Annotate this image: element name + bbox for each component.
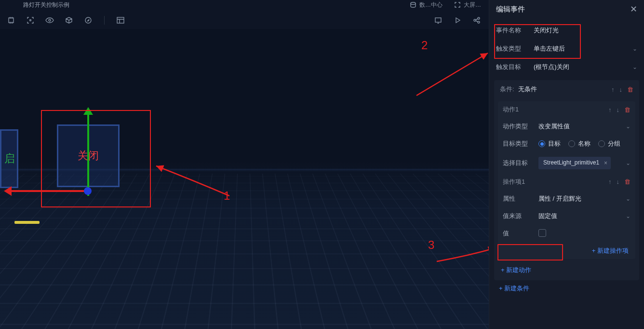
value-row[interactable]: 值 [498,225,635,243]
event-name-value: 关闭灯光 [534,26,637,35]
delete-icon[interactable]: 🗑 [624,106,631,113]
trigger-type-row[interactable]: 触发类型 单击左键后 ⌄ [489,40,644,58]
share-icon[interactable] [472,16,481,25]
svg-point-7 [474,19,476,21]
svg-point-8 [478,17,480,19]
svg-point-3 [49,19,51,21]
select-tool-icon[interactable] [7,16,15,25]
svg-point-2 [30,20,31,21]
svg-rect-5 [117,17,124,23]
move-up-icon[interactable]: ↑ [611,86,615,93]
gizmo-origin[interactable] [84,187,92,195]
add-condition-link[interactable]: + 新建条件 [492,280,644,297]
add-op-item-link[interactable]: + 新建操作项 [498,243,635,259]
trigger-type-value: 单击左键后 [534,44,628,53]
value-source-row[interactable]: 值来源 固定值 ⌄ [498,207,635,225]
title-bar: 路灯开关控制示例 数…中心 大屏… [0,0,489,10]
focus-tool-icon[interactable] [26,16,35,25]
radio-name[interactable]: 名称 [568,139,590,148]
value-source-value: 固定值 [538,212,620,220]
attr-row[interactable]: 属性 属性 / 开启辉光 ⌄ [498,190,635,207]
value-source-label: 值来源 [503,212,533,220]
value-checkbox[interactable] [538,229,546,237]
target-type-row: 目标类型 目标 名称 分组 [498,135,635,152]
action1-header: 动作1 [503,105,519,114]
open-button-object[interactable]: 启 [0,129,18,188]
trigger-target-label: 触发目标 [496,63,529,71]
condition-value: 无条件 [518,85,537,94]
panel-title: 编辑事件 [496,5,525,14]
chevron-down-icon: ⌄ [626,160,631,166]
data-center-button[interactable]: 数…中心 [410,1,443,9]
move-down-icon[interactable]: ↓ [619,86,623,93]
move-down-icon[interactable]: ↓ [617,106,620,113]
gizmo-x-axis[interactable] [11,190,90,192]
play-icon[interactable] [453,16,462,25]
add-action-link[interactable]: + 新建动作 [494,262,639,278]
svg-rect-1 [9,18,13,23]
layout-tool-icon[interactable] [116,16,125,25]
present-icon[interactable] [434,16,443,25]
move-up-icon[interactable]: ↑ [608,178,612,185]
target-type-label: 目标类型 [503,139,533,148]
delete-icon[interactable]: 🗑 [624,178,631,185]
radio-target[interactable]: 目标 [538,139,561,148]
delete-icon[interactable]: 🗑 [627,86,633,93]
compass-tool-icon[interactable] [84,16,93,25]
trigger-target-row[interactable]: 触发目标 (根节点)关闭 ⌄ [489,58,644,76]
value-label: 值 [503,229,533,238]
database-icon [410,1,416,8]
remove-tag-icon[interactable]: × [604,160,607,166]
attr-value: 属性 / 开启辉光 [538,194,620,203]
chevron-down-icon: ⌄ [632,45,637,52]
chevron-down-icon: ⌄ [626,195,631,202]
target-tag[interactable]: StreetLight_primitive1 × [538,157,611,169]
action-type-row[interactable]: 动作类型 改变属性值 ⌄ [498,118,635,135]
select-target-label: 选择目标 [503,159,533,167]
trigger-type-label: 触发类型 [496,44,529,53]
action1-card: 动作1 ↑ ↓ 🗑 动作类型 改变属性值 ⌄ 目标类型 目标 名称 分组 [498,101,635,259]
toolbar-separator [104,16,105,25]
condition-label: 条件: [500,85,514,94]
action-type-value: 改变属性值 [538,122,620,131]
toolbar [0,12,489,29]
fullscreen-button[interactable]: 大屏… [454,1,481,9]
event-name-label: 事件名称 [496,26,529,35]
svg-point-0 [411,2,416,4]
open-button-label: 启 [4,151,15,166]
attr-label: 属性 [503,194,533,203]
view-tool-icon[interactable] [45,16,54,25]
select-target-row[interactable]: 选择目标 StreetLight_primitive1 × ⌄ [498,152,635,174]
condition-card: 条件: 无条件 ↑ ↓ 🗑 动作1 ↑ ↓ 🗑 动作类型 改变属性值 ⌄ [494,80,639,280]
action-type-label: 动作类型 [503,122,533,131]
chevron-down-icon: ⌄ [632,64,637,70]
expand-icon [454,1,461,8]
radio-group[interactable]: 分组 [598,139,620,148]
event-name-row[interactable]: 事件名称 关闭灯光 [489,21,644,40]
svg-rect-6 [435,18,441,22]
trigger-target-value: (根节点)关闭 [534,63,628,71]
ground-grid [0,174,489,329]
event-editor-panel: 编辑事件 ✕ 事件名称 关闭灯光 触发类型 单击左键后 ⌄ 触发目标 (根节点)… [489,0,644,329]
light-indicator [14,221,40,224]
close-icon[interactable]: ✕ [630,4,637,14]
chevron-down-icon: ⌄ [626,123,631,130]
op-item1-header: 操作项1 [503,178,525,186]
cube-tool-icon[interactable] [65,16,73,25]
svg-point-9 [478,21,480,23]
gizmo-y-axis[interactable] [87,114,89,196]
chevron-down-icon: ⌄ [626,213,631,219]
doc-title: 路灯开关控制示例 [23,1,69,9]
move-up-icon[interactable]: ↑ [608,106,612,113]
move-down-icon[interactable]: ↓ [617,178,620,185]
